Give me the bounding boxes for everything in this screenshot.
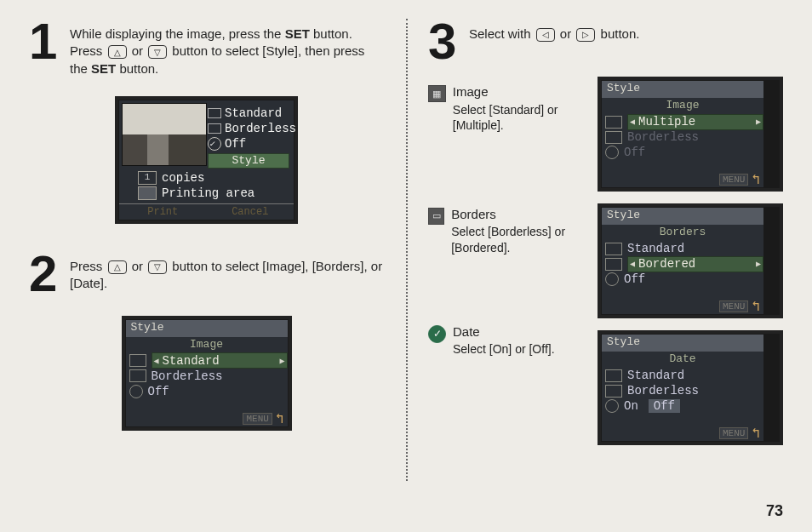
style-bar: Style [208,153,289,169]
h: Borders [451,206,589,223]
step-number: 3 [428,19,469,65]
clock-icon [605,399,619,413]
title: Style [602,208,763,225]
d: Select [On] or [Off]. [453,341,555,357]
area-icon [138,186,157,200]
t: button. [597,26,639,41]
step1-lcd: Standard Borderless Off Style 1copies Pr… [115,96,298,224]
borders-icon [605,258,622,271]
up-arrow-icon: △ [108,45,127,59]
step-1: 1 While displaying the image, press the … [29,24,384,77]
l: Standard [627,242,684,255]
n: 1 [139,172,156,183]
menu-badge: MENU [243,413,272,425]
sub-image: ▦ Image Select [Standard] or [Multiple]. [428,83,589,133]
l: Standard [627,369,684,382]
t: or [129,259,147,273]
t: Select with [469,26,535,41]
borders-icon [605,131,622,144]
lcd-image: Style Image ◀Multiple▶ Borderless Off ME… [598,77,783,192]
l: Bordered [635,257,756,271]
step3-text: Select with ◁ or ▷ button. [469,26,783,43]
borders-icon [129,369,146,382]
l: Borderless [627,130,699,144]
lcd-date: Style Date Standard Borderless OnOff MEN… [598,330,783,445]
l: Borderless [225,121,296,136]
l: Borderless [627,384,699,398]
t: While displaying the image, press the [70,26,285,41]
right-arrow-icon: ▶ [756,117,761,127]
l: Multiple [635,115,756,129]
l: Off [624,146,645,159]
down-arrow-icon: ▽ [148,260,167,274]
l: copies [162,171,204,185]
d: Select [Borderless] or [Bordered]. [451,224,589,255]
step1-text: While displaying the image, press the SE… [70,26,384,77]
title: Style [126,320,288,337]
print-btn: Print [119,204,207,220]
image-icon [605,243,622,255]
l: Off [649,399,680,413]
t: Press [70,259,106,273]
step2-text: Press △ or ▽ button to select [Image], [… [70,258,384,293]
copies-icon: 1 [138,171,157,185]
image-icon: ▦ [428,85,446,102]
left-arrow-icon: ◁ [536,28,555,42]
l: Off [225,136,246,152]
lcd-borders: Style Borders Standard ◀Bordered▶ Off ME… [598,203,783,318]
t: or [129,43,147,58]
menu-right: Standard Borderless Off [208,106,296,152]
right-arrow-icon: ▶ [279,356,284,366]
step-3: 3 Select with ◁ or ▷ button. [428,24,783,65]
image-icon [605,116,622,129]
clock-icon [605,146,619,159]
h: Date [453,323,555,340]
header: Image [602,98,763,113]
t: SET [91,61,116,76]
d: Select [Standard] or [Multiple]. [453,102,589,133]
header: Image [126,337,288,352]
return-icon: ↰ [752,298,760,315]
l: On [624,399,638,413]
right-arrow-icon: ▷ [576,28,595,42]
l: Standard [159,354,280,368]
return-icon: ↰ [276,410,284,427]
clock-icon [428,325,446,343]
step2-lcd: Style Image ◀Standard▶ Borderless Off ME… [122,316,292,431]
l: Off [624,272,645,286]
t: SET [285,26,310,41]
cancel-btn: Cancel [207,204,294,220]
clock-icon [208,137,221,151]
t: button. [116,61,158,76]
h: Image [453,83,589,100]
menu-badge: MENU [719,427,748,439]
up-arrow-icon: △ [108,260,127,274]
l: Off [148,385,169,398]
down-arrow-icon: ▽ [148,45,167,59]
t: or [557,26,575,41]
header: Date [602,352,763,367]
l: Printing area [162,186,254,200]
image-icon [605,369,622,382]
clock-icon [605,272,619,286]
step-number: 2 [29,251,70,297]
menu-badge: MENU [719,174,748,186]
right-arrow-icon: ▶ [756,259,761,269]
step-2: 2 Press △ or ▽ button to select [Image],… [29,256,384,297]
header: Borders [602,225,763,240]
return-icon: ↰ [752,171,760,188]
image-icon [129,354,146,367]
sub-borders: ▭ Borders Select [Borderless] or [Border… [428,206,589,255]
borders-icon [605,385,622,398]
clock-icon [129,385,143,398]
return-icon: ↰ [752,425,760,442]
sub-date: Date Select [On] or [Off]. [428,323,589,358]
menu-badge: MENU [719,300,748,312]
title: Style [602,81,763,98]
l: Standard [225,106,282,121]
borders-icon: ▭ [428,208,444,225]
l: Borderless [152,369,223,383]
step-number: 1 [29,19,70,65]
photo-thumb [122,103,207,166]
page-number: 73 [766,502,783,520]
